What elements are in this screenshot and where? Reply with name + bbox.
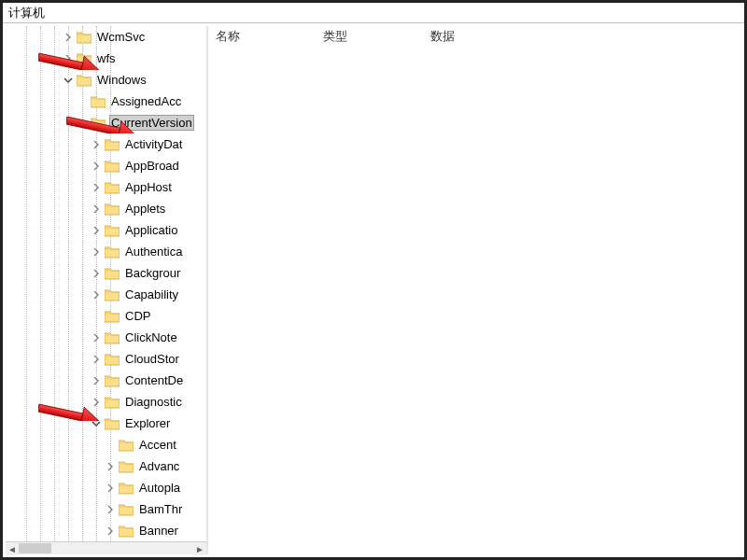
folder-icon bbox=[119, 439, 134, 452]
folder-icon bbox=[105, 353, 120, 366]
tree-item-label: Accent bbox=[137, 437, 178, 453]
folder-icon bbox=[105, 224, 120, 237]
tree-item[interactable]: Capability bbox=[6, 284, 206, 305]
chevron-right-icon[interactable] bbox=[90, 288, 103, 301]
tree-item[interactable]: wfs bbox=[6, 48, 206, 69]
scroll-track[interactable] bbox=[19, 542, 193, 554]
folder-icon bbox=[105, 310, 120, 323]
tree-item[interactable]: Authentica bbox=[6, 241, 206, 262]
chevron-right-icon[interactable] bbox=[90, 267, 103, 280]
folder-icon bbox=[105, 138, 120, 151]
chevron-right-icon[interactable] bbox=[104, 482, 117, 495]
tree-item-label: Autopla bbox=[137, 480, 182, 496]
tree-item-label: Authentica bbox=[123, 244, 184, 259]
tree-item-label: Capability bbox=[123, 287, 180, 302]
chevron-right-icon[interactable] bbox=[90, 138, 103, 151]
folder-icon bbox=[105, 396, 120, 409]
tree-item-label: Banner bbox=[137, 523, 180, 539]
tree-item[interactable]: AppBroad bbox=[6, 155, 206, 176]
folder-icon bbox=[105, 245, 120, 259]
tree-item[interactable]: ClickNote bbox=[6, 327, 206, 348]
folder-icon bbox=[119, 482, 134, 495]
folder-icon bbox=[105, 160, 120, 173]
tree-item[interactable]: Banner bbox=[6, 520, 206, 541]
tree-item[interactable]: Advanc bbox=[6, 455, 206, 477]
chevron-right-icon[interactable] bbox=[90, 224, 103, 237]
folder-icon bbox=[105, 181, 120, 194]
chevron-right-icon[interactable] bbox=[104, 460, 117, 473]
tree-item[interactable]: WcmSvc bbox=[6, 26, 206, 48]
chevron-right-icon[interactable] bbox=[104, 525, 117, 538]
tree-item[interactable]: Applets bbox=[6, 198, 206, 219]
tree-item[interactable]: AppHost bbox=[6, 176, 206, 198]
folder-icon bbox=[105, 331, 120, 344]
tree-item-label: ContentDe bbox=[123, 372, 185, 388]
tree-item-label: ActivityDat bbox=[123, 136, 184, 152]
tree-item-label: Advanc bbox=[137, 458, 181, 474]
column-headers: 名称 类型 数据 bbox=[208, 26, 741, 47]
column-header-type[interactable]: 类型 bbox=[316, 26, 423, 47]
folder-icon bbox=[105, 417, 120, 430]
horizontal-scroll-thumb[interactable] bbox=[19, 543, 51, 553]
chevron-right-icon[interactable] bbox=[90, 396, 103, 409]
column-header-data[interactable]: 数据 bbox=[423, 26, 741, 47]
column-header-name[interactable]: 名称 bbox=[208, 26, 316, 47]
window-title: 计算机 bbox=[3, 3, 744, 23]
tree-item[interactable]: ContentDe bbox=[6, 370, 206, 391]
folder-icon bbox=[77, 31, 92, 44]
folder-icon bbox=[105, 374, 120, 387]
chevron-right-icon[interactable] bbox=[90, 245, 103, 259]
tree-item[interactable]: Diagnostic bbox=[6, 391, 206, 413]
tree-item[interactable]: Explorer bbox=[6, 413, 206, 434]
tree-item[interactable]: Accent bbox=[6, 434, 206, 455]
tree-item[interactable]: CDP bbox=[6, 305, 206, 327]
chevron-right-icon[interactable] bbox=[62, 52, 75, 65]
tree-pane: WcmSvcwfsWindowsAssignedAccCurrentVersio… bbox=[6, 26, 206, 554]
tree-item-label: wfs bbox=[95, 50, 118, 66]
folder-icon bbox=[91, 117, 106, 130]
tree-item-label: Applets bbox=[123, 201, 167, 217]
folder-icon bbox=[119, 503, 134, 516]
chevron-right-icon[interactable] bbox=[104, 503, 117, 516]
tree-item-label: WcmSvc bbox=[95, 29, 147, 45]
tree-item-label: AppBroad bbox=[123, 158, 181, 174]
tree-item[interactable]: CurrentVersion bbox=[6, 112, 206, 133]
chevron-right-icon[interactable] bbox=[90, 181, 103, 194]
tree-item[interactable]: Windows bbox=[6, 69, 206, 91]
chevron-down-icon[interactable] bbox=[90, 417, 103, 430]
chevron-right-icon[interactable] bbox=[90, 160, 103, 173]
folder-icon bbox=[105, 203, 120, 216]
tree-item-label: BamThr bbox=[137, 501, 184, 517]
horizontal-scrollbar[interactable]: ◄ ► bbox=[6, 541, 206, 554]
tree-item-label: Applicatio bbox=[123, 222, 179, 238]
chevron-right-icon[interactable] bbox=[62, 31, 75, 44]
scroll-left-arrow-icon[interactable]: ◄ bbox=[6, 542, 19, 555]
tree-item[interactable]: BamThr bbox=[6, 498, 206, 520]
tree-item-label: ClickNote bbox=[123, 329, 179, 345]
chevron-right-icon[interactable] bbox=[90, 203, 103, 216]
tree-item[interactable]: Autopla bbox=[6, 477, 206, 498]
tree-item[interactable]: Applicatio bbox=[6, 219, 206, 241]
tree-item[interactable]: ActivityDat bbox=[6, 133, 206, 155]
tree-item-label: Diagnostic bbox=[123, 394, 184, 410]
chevron-right-icon[interactable] bbox=[90, 374, 103, 387]
folder-icon bbox=[77, 74, 92, 87]
folder-icon bbox=[105, 267, 120, 280]
tree-item-label: CDP bbox=[123, 308, 152, 324]
chevron-down-icon[interactable] bbox=[62, 74, 75, 87]
tree-item-label: CloudStor bbox=[123, 351, 181, 367]
tree-item[interactable]: AssignedAcc bbox=[6, 91, 206, 112]
folder-icon bbox=[91, 95, 106, 108]
folder-icon bbox=[119, 460, 134, 473]
scroll-right-arrow-icon[interactable]: ► bbox=[193, 542, 206, 555]
tree-item-label: Explorer bbox=[123, 415, 172, 431]
tree-item-label: CurrentVersion bbox=[109, 115, 194, 131]
chevron-right-icon[interactable] bbox=[90, 331, 103, 344]
chevron-down-icon[interactable] bbox=[76, 117, 89, 130]
tree-item[interactable]: Backgrour bbox=[6, 262, 206, 284]
chevron-right-icon[interactable] bbox=[90, 353, 103, 366]
folder-icon bbox=[77, 52, 92, 65]
values-pane: 名称 类型 数据 bbox=[208, 26, 741, 554]
tree-item-label: Backgrour bbox=[123, 265, 182, 281]
tree-item[interactable]: CloudStor bbox=[6, 348, 206, 370]
